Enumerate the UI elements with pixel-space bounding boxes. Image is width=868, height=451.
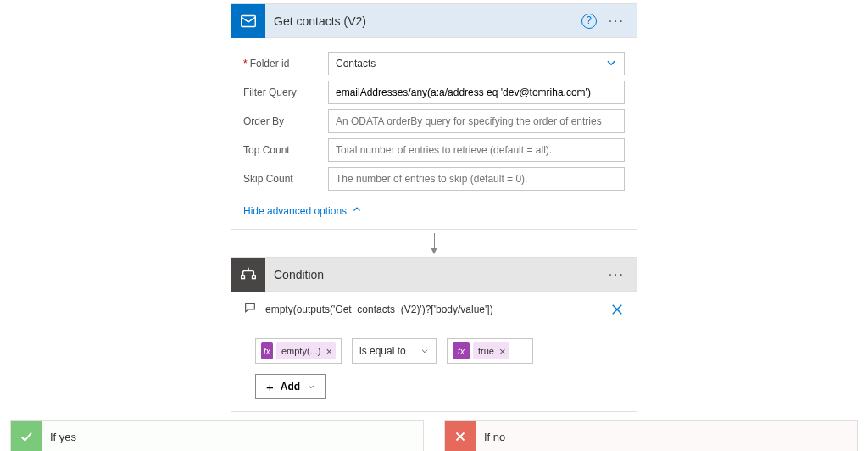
chevron-down-icon[interactable] [605, 57, 617, 71]
card-menu-icon[interactable]: ··· [605, 14, 628, 29]
plus-icon: + [266, 380, 274, 394]
card-body: Folder id Contacts Filter Query [231, 38, 637, 229]
help-icon[interactable]: ? [581, 14, 597, 29]
label-top-count: Top Count [243, 144, 328, 156]
svg-rect-0 [242, 15, 256, 26]
label-skip-count: Skip Count [243, 173, 328, 185]
condition-icon [231, 258, 265, 292]
field-skip-count[interactable] [328, 167, 625, 191]
label-order-by: Order By [243, 115, 328, 127]
label-folder-id: Folder id [243, 58, 328, 70]
field-order-by[interactable] [328, 109, 625, 133]
input-skip-count[interactable] [336, 173, 602, 185]
branch-no[interactable]: If no DO NOTHING ? ··· [444, 420, 858, 451]
x-icon [445, 421, 476, 451]
expression-text: empty(outputs('Get_contacts_(V2)')?['bod… [265, 303, 601, 315]
condition-card[interactable]: Condition ··· empty(outputs('Get_contact… [231, 257, 637, 412]
rule-right-operand[interactable]: fx true × [447, 338, 533, 364]
input-order-by[interactable] [336, 115, 602, 127]
rule-row: fx empty(...) × is equal to fx [255, 338, 613, 364]
input-top-count[interactable] [336, 144, 602, 156]
hide-advanced-toggle[interactable]: Hide advanced options [243, 204, 362, 217]
fx-icon: fx [453, 342, 470, 359]
outlook-icon [231, 4, 265, 38]
flow-designer-canvas: Get contacts (V2) ? ··· Folder id Contac… [0, 0, 868, 451]
add-rule-button[interactable]: + Add [255, 374, 326, 399]
remove-token-icon[interactable]: × [326, 345, 332, 358]
rule-operator-select[interactable]: is equal to [352, 338, 437, 364]
connector-arrow [434, 230, 435, 257]
field-top-count[interactable] [328, 138, 625, 162]
card-title: Condition [265, 268, 605, 281]
branch-yes[interactable]: If yes CREATE CONTACT ? ··· [10, 420, 424, 451]
card-menu-icon[interactable]: ··· [605, 267, 628, 282]
branch-title: If yes [42, 431, 76, 443]
token-pill[interactable]: empty(...) × [276, 342, 336, 359]
field-filter-query[interactable] [328, 81, 625, 104]
card-title: Get contacts (V2) [265, 14, 581, 28]
input-filter-query[interactable] [336, 86, 602, 98]
rule-left-operand[interactable]: fx empty(...) × [255, 338, 342, 364]
close-icon[interactable] [609, 302, 625, 317]
remove-token-icon[interactable]: × [499, 345, 506, 358]
label-filter-query: Filter Query [243, 86, 328, 98]
card-header[interactable]: Get contacts (V2) ? ··· [231, 4, 637, 38]
token-pill[interactable]: true × [473, 342, 509, 359]
card-header[interactable]: Condition ··· [231, 258, 637, 292]
chevron-up-icon [352, 204, 362, 217]
check-icon [11, 421, 42, 451]
svg-rect-1 [242, 275, 245, 278]
comment-icon [243, 301, 257, 317]
rule-builder: fx empty(...) × is equal to fx [231, 326, 637, 411]
condition-branches: If yes CREATE CONTACT ? ··· If no [0, 420, 868, 451]
branch-title: If no [476, 431, 505, 443]
svg-rect-2 [253, 275, 256, 278]
action-card-get-contacts[interactable]: Get contacts (V2) ? ··· Folder id Contac… [231, 3, 637, 230]
fx-icon: fx [261, 342, 273, 359]
field-folder-id[interactable]: Contacts [328, 52, 625, 75]
expression-bar: empty(outputs('Get_contacts_(V2)')?['bod… [231, 292, 637, 326]
